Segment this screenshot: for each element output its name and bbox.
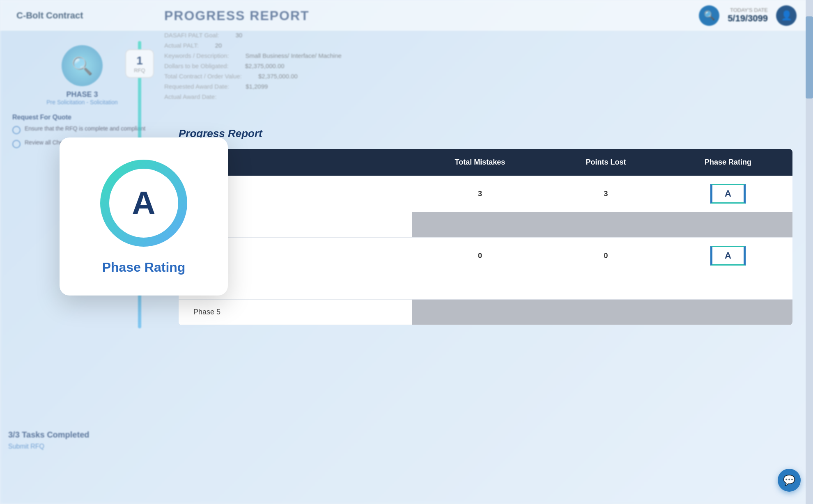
phase-rating-card: A Phase Rating — [60, 137, 228, 296]
bottom-panel: 3/3 Tasks Completed Submit RFQ — [0, 422, 172, 504]
chat-button[interactable]: 💬 — [778, 469, 801, 492]
card-phase-rating-label: Phase Rating — [102, 260, 186, 275]
info-dollars: Dollars to be Obligated: $2,375,000.00 — [164, 62, 788, 69]
value-dasafi: 30 — [235, 32, 242, 39]
milestone-phase5: Phase 5 — [179, 300, 412, 325]
label-keywords: Keywords / Description: — [164, 52, 229, 59]
table-row: Phase 2 — [179, 212, 792, 238]
timeline-node-label: RFQ — [134, 67, 145, 73]
rating-cell-phase2 — [664, 212, 792, 238]
points-phase1: 3 — [548, 176, 664, 212]
scrollbar[interactable] — [806, 0, 813, 504]
rating-cell-phase5 — [664, 300, 792, 325]
value-dollars: $2,375,000.00 — [245, 62, 285, 69]
value-total-contract: $2,375,000.00 — [258, 73, 298, 80]
label-req-award: Requested Award Date: — [164, 83, 229, 90]
rating-cell-phase3: A — [664, 238, 792, 274]
table-row: Phase 1 3 3 A — [179, 176, 792, 212]
progress-section-title: Progress Report — [179, 127, 792, 140]
table-row: Phase 3 0 0 A — [179, 238, 792, 274]
table-row: Phase 4 — [179, 274, 792, 300]
col-total-mistakes: Total Mistakes — [412, 149, 548, 176]
value-req-award: $1,2099 — [246, 83, 268, 90]
rating-cell-phase4 — [664, 274, 792, 300]
table-row: Phase 5 — [179, 300, 792, 325]
points-phase2 — [548, 212, 664, 238]
points-phase5 — [548, 300, 664, 325]
info-req-award: Requested Award Date: $1,2099 — [164, 83, 788, 90]
phase-name: PHASE 3 — [66, 90, 98, 99]
checkbox-icon-1 — [12, 126, 21, 134]
rating-cell-phase1: A — [664, 176, 792, 212]
rating-ring-container: A — [99, 158, 189, 248]
mistakes-phase5 — [412, 300, 548, 325]
mistakes-phase1: 3 — [412, 176, 548, 212]
tasks-sub: Submit RFQ — [8, 443, 164, 450]
info-actual-palt: Actual PALT: 20 — [164, 42, 788, 49]
label-dollars: Dollars to be Obligated: — [164, 62, 229, 69]
points-phase3: 0 — [548, 238, 664, 274]
rating-box-phase3: A — [710, 246, 746, 266]
info-keywords: Keywords / Description: Small Business/ … — [164, 52, 788, 59]
app-logo: C-Bolt Contract — [16, 10, 83, 21]
value-actual-palt: 20 — [215, 42, 222, 49]
mistakes-phase2 — [412, 212, 548, 238]
col-phase-rating: Phase Rating — [664, 149, 792, 176]
timeline-node: 1 RFQ — [125, 49, 154, 78]
progress-title-blur: PROGRESS REPORT — [164, 8, 788, 23]
info-dasafi: DASAFI PALT Goal: 30 — [164, 32, 788, 39]
rating-box-phase1: A — [710, 184, 746, 204]
info-actual-award: Actual Award Date: — [164, 93, 788, 100]
table-area: Progress Report Milestone Total Mistakes… — [179, 127, 792, 325]
header-left: C-Bolt Contract — [16, 10, 83, 21]
phase-subtitle: Pre Solicitation - Solicitation — [46, 99, 118, 105]
label-total-contract: Total Contract / Order Value: — [164, 73, 242, 80]
col-points-lost: Points Lost — [548, 149, 664, 176]
value-keywords: Small Business/ Interface/ Machine — [246, 52, 342, 59]
mistakes-phase3: 0 — [412, 238, 548, 274]
rating-letter: A — [132, 184, 156, 222]
tasks-completed: 3/3 Tasks Completed — [8, 430, 164, 440]
label-actual-award: Actual Award Date: — [164, 93, 216, 100]
table-header-row: Milestone Total Mistakes Points Lost Pha… — [179, 149, 792, 176]
scrollbar-thumb[interactable] — [806, 16, 813, 99]
phase-icon: 🔍 — [62, 45, 103, 86]
progress-table: Milestone Total Mistakes Points Lost Pha… — [179, 149, 792, 325]
label-dasafi: DASAFI PALT Goal: — [164, 32, 219, 39]
checkbox-icon-2 — [12, 140, 21, 148]
points-phase4 — [548, 274, 664, 300]
timeline-node-number: 1 — [136, 54, 143, 67]
info-total-contract: Total Contract / Order Value: $2,375,000… — [164, 73, 788, 80]
mistakes-phase4 — [412, 274, 548, 300]
label-actual-palt: Actual PALT: — [164, 42, 199, 49]
